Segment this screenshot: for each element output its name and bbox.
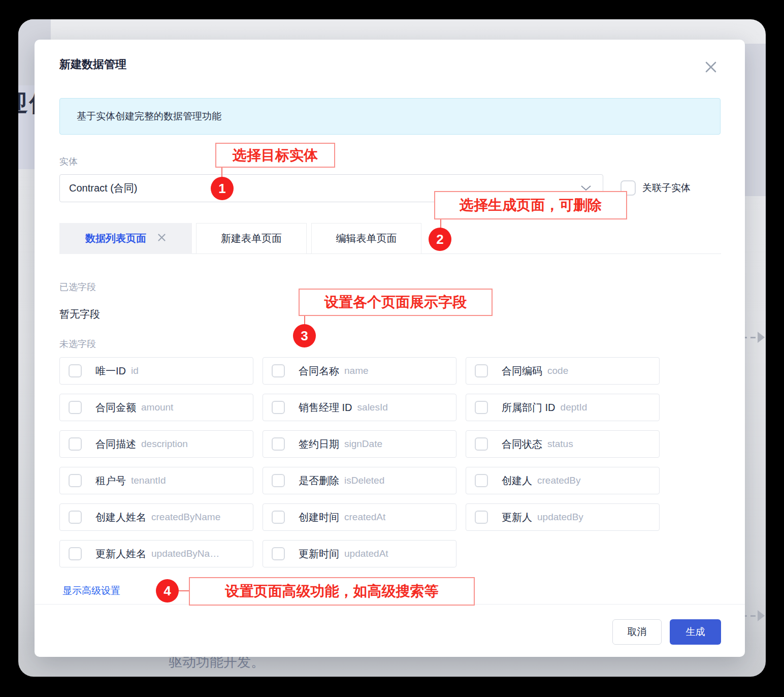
field-checkbox[interactable] bbox=[272, 547, 285, 560]
unselected-fields-grid: 唯一ID id 合同名称 name 合同编码 code 合同金额 amount … bbox=[59, 357, 660, 567]
field-checkbox[interactable] bbox=[475, 511, 488, 524]
annotation-2-badge: 2 bbox=[429, 228, 451, 251]
field-checkbox[interactable] bbox=[475, 401, 488, 414]
field-label: 合同名称 bbox=[299, 364, 339, 378]
annotation-3-box: 设置各个页面展示字段 bbox=[299, 289, 493, 316]
field-checkbox[interactable] bbox=[69, 364, 82, 377]
tab-label: 新建表单页面 bbox=[221, 232, 282, 245]
field-code: amount bbox=[141, 402, 173, 413]
field-label: 租户号 bbox=[95, 474, 126, 488]
new-data-management-dialog: 新建数据管理 基于实体创建完整的数据管理功能 实体 Contract (合同) … bbox=[35, 40, 745, 657]
field-item-createdByName[interactable]: 创建人姓名 createdByName bbox=[59, 503, 253, 531]
tab-close-icon[interactable] bbox=[157, 233, 166, 244]
field-item-isDeleted[interactable]: 是否删除 isDeleted bbox=[263, 467, 456, 494]
field-checkbox[interactable] bbox=[272, 364, 285, 377]
field-item-updatedAt[interactable]: 更新时间 updatedAt bbox=[263, 540, 456, 567]
field-code: signDate bbox=[344, 438, 382, 450]
entity-field-label: 实体 bbox=[59, 155, 78, 168]
annotation-4-connector bbox=[178, 590, 189, 591]
field-checkbox[interactable] bbox=[272, 401, 285, 414]
field-label: 创建人姓名 bbox=[95, 511, 146, 524]
generate-button[interactable]: 生成 bbox=[670, 619, 721, 645]
field-label: 创建人 bbox=[502, 474, 532, 488]
field-label: 创建时间 bbox=[299, 511, 339, 524]
field-item-tenantId[interactable]: 租户号 tenantId bbox=[59, 467, 253, 494]
field-label: 唯一ID bbox=[95, 364, 126, 378]
field-item-salesId[interactable]: 销售经理 ID salesId bbox=[263, 394, 456, 421]
field-checkbox[interactable] bbox=[475, 437, 488, 451]
field-item-updatedByName[interactable]: 更新人姓名 updatedByNa… bbox=[59, 540, 253, 567]
field-code: updatedByNa… bbox=[151, 548, 219, 559]
field-label: 合同状态 bbox=[502, 437, 542, 451]
field-item-amount[interactable]: 合同金额 amount bbox=[59, 394, 253, 421]
field-item-deptId[interactable]: 所属部门 ID deptId bbox=[466, 394, 660, 421]
field-code: tenantId bbox=[131, 475, 166, 486]
field-code: code bbox=[547, 365, 568, 376]
field-checkbox[interactable] bbox=[69, 547, 82, 560]
tab-data-list-page[interactable]: 数据列表页面 bbox=[59, 223, 192, 254]
field-code: createdByName bbox=[151, 512, 220, 523]
field-code: salesId bbox=[357, 402, 388, 413]
field-label: 合同金额 bbox=[95, 401, 136, 415]
field-code: updatedBy bbox=[537, 512, 583, 523]
background-highlight-fragment-right bbox=[743, 44, 766, 196]
field-label: 是否删除 bbox=[299, 474, 339, 488]
tab-edit-form-page[interactable]: 编辑表单页面 bbox=[311, 223, 421, 254]
link-sub-entity-option[interactable]: 关联子实体 bbox=[620, 180, 691, 196]
annotation-1-box: 选择目标实体 bbox=[215, 143, 335, 168]
field-code: id bbox=[131, 365, 139, 376]
field-label: 更新人 bbox=[502, 511, 532, 524]
annotation-3-badge: 3 bbox=[293, 324, 316, 347]
page-tabs: 数据列表页面 新建表单页面 编辑表单页面 bbox=[35, 223, 745, 254]
field-item-signDate[interactable]: 签约日期 signDate bbox=[263, 430, 456, 458]
field-checkbox[interactable] bbox=[69, 474, 82, 487]
field-checkbox[interactable] bbox=[475, 364, 488, 377]
tab-label: 数据列表页面 bbox=[85, 232, 146, 245]
tab-new-form-page[interactable]: 新建表单页面 bbox=[196, 223, 307, 254]
info-banner: 基于实体创建完整的数据管理功能 bbox=[59, 98, 721, 135]
field-label: 销售经理 ID bbox=[299, 401, 352, 415]
field-item-createdAt[interactable]: 创建时间 createdAt bbox=[263, 503, 456, 531]
field-item-code[interactable]: 合同编码 code bbox=[466, 357, 660, 385]
field-code: name bbox=[344, 365, 369, 376]
field-checkbox[interactable] bbox=[69, 437, 82, 451]
field-checkbox[interactable] bbox=[69, 401, 82, 414]
field-item-description[interactable]: 合同描述 description bbox=[59, 430, 253, 458]
selected-fields-label: 已选字段 bbox=[59, 281, 96, 293]
field-code: status bbox=[547, 438, 573, 450]
annotation-4-box: 设置页面高级功能，如高级搜索等 bbox=[189, 577, 475, 606]
field-label: 合同编码 bbox=[502, 364, 542, 378]
app-background-screen: 迎使 驱动功能开发。 新建数据管理 基于实体创建完整的数据管理功能 实体 Con… bbox=[18, 19, 766, 677]
field-item-name[interactable]: 合同名称 name bbox=[263, 357, 456, 385]
field-label: 更新时间 bbox=[299, 547, 339, 561]
field-checkbox[interactable] bbox=[272, 511, 285, 524]
field-checkbox[interactable] bbox=[475, 474, 488, 487]
selected-fields-empty-text: 暂无字段 bbox=[59, 307, 100, 321]
field-label: 合同描述 bbox=[95, 437, 136, 451]
field-label: 所属部门 ID bbox=[502, 401, 556, 415]
field-checkbox[interactable] bbox=[272, 437, 285, 451]
tab-label: 编辑表单页面 bbox=[336, 232, 397, 245]
field-item-status[interactable]: 合同状态 status bbox=[466, 430, 660, 458]
field-code: deptId bbox=[561, 402, 587, 413]
field-code: isDeleted bbox=[344, 475, 384, 486]
field-label: 更新人姓名 bbox=[95, 547, 146, 561]
field-item-createdBy[interactable]: 创建人 createdBy bbox=[466, 467, 660, 494]
field-code: createdAt bbox=[344, 512, 385, 523]
cancel-button[interactable]: 取消 bbox=[612, 619, 662, 645]
field-checkbox[interactable] bbox=[69, 511, 82, 524]
unselected-fields-label: 未选字段 bbox=[59, 338, 96, 350]
link-sub-entity-label: 关联子实体 bbox=[642, 181, 691, 195]
field-code: updatedAt bbox=[344, 548, 388, 559]
field-checkbox[interactable] bbox=[272, 474, 285, 487]
annotation-2-box: 选择生成页面，可删除 bbox=[434, 191, 627, 219]
field-code: createdBy bbox=[537, 475, 581, 486]
annotation-4-badge: 4 bbox=[156, 579, 179, 603]
close-icon[interactable] bbox=[704, 60, 718, 74]
annotation-1-badge: 1 bbox=[211, 177, 234, 200]
field-item-updatedBy[interactable]: 更新人 updatedBy bbox=[466, 503, 660, 531]
field-item-id[interactable]: 唯一ID id bbox=[59, 357, 253, 385]
dialog-title: 新建数据管理 bbox=[59, 57, 126, 72]
show-advanced-settings-link[interactable]: 显示高级设置 bbox=[62, 584, 120, 597]
field-code: description bbox=[141, 438, 188, 450]
